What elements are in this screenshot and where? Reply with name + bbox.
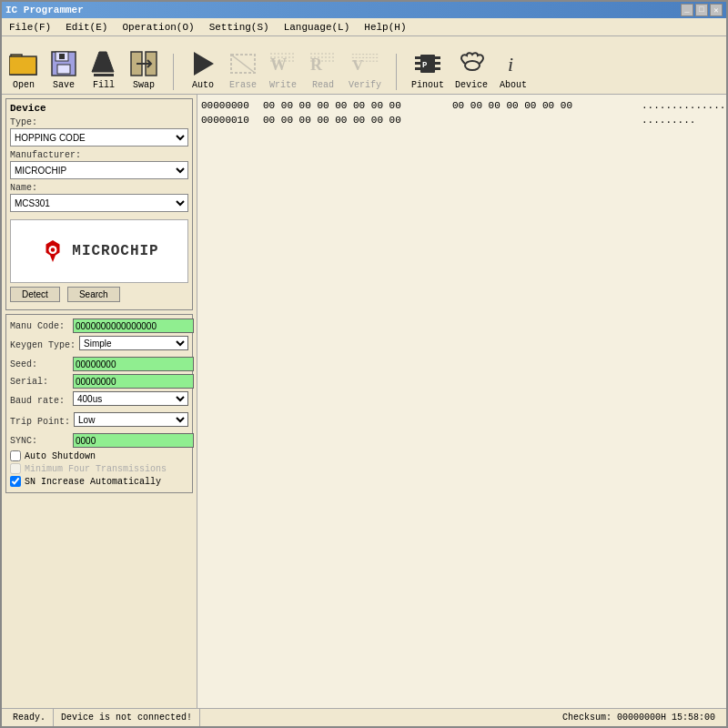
serial-input[interactable] — [73, 374, 194, 389]
svg-line-13 — [231, 55, 255, 73]
menu-help[interactable]: Help(H) — [360, 21, 410, 34]
save-button[interactable]: Save — [49, 49, 78, 90]
name-select[interactable]: MCS301 — [10, 194, 188, 212]
menu-edit[interactable]: Edit(E) — [62, 21, 111, 34]
device-button[interactable]: Device — [455, 49, 488, 90]
serial-row: Serial: — [10, 374, 188, 389]
seed-label: Seed: — [10, 359, 69, 369]
device-label: Device — [455, 80, 488, 90]
svg-rect-8 — [94, 74, 114, 76]
svg-point-34 — [465, 61, 480, 70]
status-bar: Ready. Device is not connected! Checksum… — [2, 708, 726, 726]
sn-increase-checkbox[interactable] — [10, 476, 21, 487]
hex-line-1: 00000010 00 00 00 00 00 00 00 00 .......… — [201, 113, 723, 127]
svg-rect-32 — [435, 67, 440, 70]
min-four-tx-label: Minimum Four Transmissions — [25, 464, 167, 474]
device-icon — [457, 49, 486, 78]
about-button[interactable]: i About — [499, 49, 528, 90]
read-button[interactable]: R Read — [308, 49, 338, 90]
pinout-label: Pinout — [411, 80, 444, 90]
read-icon: R — [308, 49, 338, 78]
sync-input[interactable] — [73, 433, 194, 448]
write-icon: W — [268, 49, 298, 78]
min-four-tx-row: Minimum Four Transmissions — [10, 463, 188, 474]
open-button[interactable]: Open — [9, 49, 38, 90]
verify-label: Verify — [349, 80, 381, 90]
detect-button[interactable]: Detect — [10, 287, 60, 302]
swap-button[interactable]: Swap — [129, 49, 158, 90]
write-button[interactable]: W Write — [268, 49, 298, 90]
seed-row: Seed: — [10, 357, 188, 371]
swap-icon — [129, 49, 158, 78]
close-button[interactable]: ✕ — [710, 4, 723, 16]
maximize-button[interactable]: □ — [695, 4, 708, 16]
trip-point-row: Trip Point: Low — [10, 412, 188, 430]
seed-input[interactable] — [73, 357, 194, 371]
fill-button[interactable]: Fill — [89, 49, 118, 90]
hex-bytes-0: 00 00 00 00 00 00 00 00 — [263, 98, 445, 113]
minimize-button[interactable]: _ — [681, 4, 693, 16]
menu-operation[interactable]: Operation(O) — [118, 21, 197, 34]
svg-text:W: W — [270, 56, 287, 74]
main-area: Device Type: HOPPING CODE Manufacturer: … — [2, 95, 726, 708]
serial-label: Serial: — [10, 377, 69, 387]
params-area: Manu Code: Keygen Type: Simple Seed: Ser… — [5, 314, 193, 493]
manu-code-input[interactable] — [73, 318, 194, 333]
menu-file[interactable]: File(F) — [5, 21, 55, 34]
title-bar-controls: _ □ ✕ — [681, 4, 723, 16]
main-window: IC Programmer _ □ ✕ File(F) Edit(E) Oper… — [0, 0, 728, 728]
erase-label: Erase — [229, 80, 257, 90]
auto-button[interactable]: Auto — [188, 49, 217, 90]
status-checksum-text: Checksum: 00000000H 15:58:00 — [562, 713, 715, 723]
hex-bytes2-1 — [452, 113, 634, 127]
auto-shutdown-label: Auto Shutdown — [25, 451, 96, 461]
fill-label: Fill — [93, 80, 115, 90]
type-select[interactable]: HOPPING CODE — [10, 128, 188, 147]
type-label: Type: — [10, 117, 188, 127]
hex-line-0: 00000000 00 00 00 00 00 00 00 00 00 00 0… — [201, 98, 723, 113]
menu-language[interactable]: Language(L) — [280, 21, 354, 34]
manu-code-row: Manu Code: — [10, 318, 188, 333]
verify-button[interactable]: V Verify — [349, 49, 381, 90]
svg-rect-2 — [9, 56, 36, 75]
manufacturer-label: Manufacturer: — [10, 150, 188, 160]
auto-icon — [188, 49, 217, 78]
baud-rate-select[interactable]: 400us — [73, 391, 188, 406]
svg-marker-11 — [194, 52, 214, 76]
hex-bytes2-0: 00 00 00 00 00 00 00 — [452, 98, 634, 113]
save-icon — [49, 49, 78, 78]
fill-icon — [89, 49, 118, 78]
svg-text:R: R — [310, 56, 323, 74]
keygen-type-label: Keygen Type: — [10, 340, 76, 350]
svg-rect-27 — [415, 56, 420, 59]
svg-text:V: V — [352, 56, 364, 74]
separator-2 — [396, 54, 397, 90]
svg-rect-29 — [415, 67, 420, 70]
search-button[interactable]: Search — [67, 287, 120, 302]
open-icon — [9, 49, 38, 78]
hex-ascii-1: ......... — [642, 113, 695, 127]
menu-setting[interactable]: Setting(S) — [206, 21, 273, 34]
min-four-tx-checkbox[interactable] — [10, 463, 21, 474]
svg-rect-5 — [57, 65, 70, 74]
svg-text:i: i — [508, 53, 513, 76]
hex-addr-0: 00000000 — [201, 98, 256, 113]
pinout-button[interactable]: P Pinout — [411, 49, 444, 90]
baud-rate-label: Baud rate: — [10, 396, 69, 406]
manufacturer-select[interactable]: MICROCHIP — [10, 161, 188, 179]
pinout-icon: P — [413, 49, 442, 78]
status-device-text: Device is not connected! — [61, 713, 192, 723]
trip-point-label: Trip Point: — [10, 417, 70, 427]
erase-button[interactable]: Erase — [228, 49, 258, 90]
keygen-type-select[interactable]: Simple — [79, 336, 188, 350]
sync-row: SYNC: — [10, 433, 188, 448]
separator-1 — [173, 54, 174, 90]
svg-text:P: P — [422, 61, 428, 70]
manu-code-label: Manu Code: — [10, 321, 69, 331]
about-label: About — [500, 80, 527, 90]
trip-point-select[interactable]: Low — [74, 412, 188, 427]
auto-shutdown-checkbox[interactable] — [10, 450, 21, 461]
save-label: Save — [53, 80, 75, 90]
device-group: Device Type: HOPPING CODE Manufacturer: … — [5, 98, 193, 310]
microchip-logo-icon — [39, 238, 66, 265]
